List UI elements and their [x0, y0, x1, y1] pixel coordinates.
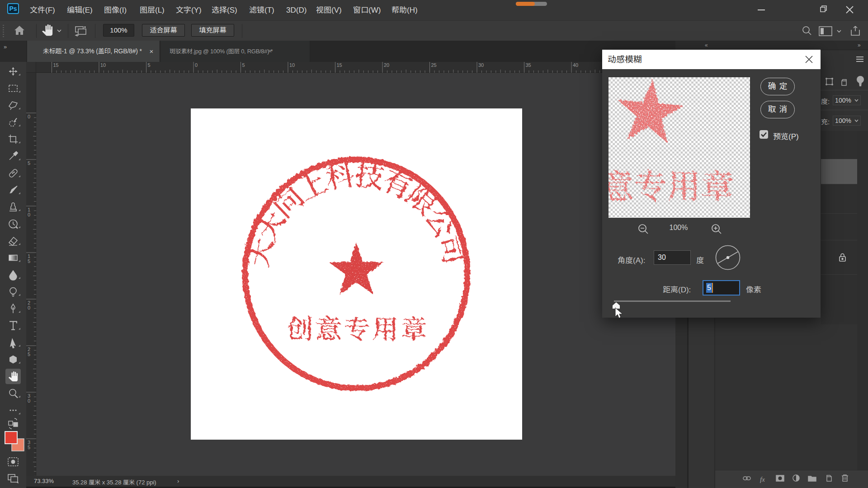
svg-text:用: 用 — [667, 160, 701, 208]
svg-text:10: 10 — [289, 62, 295, 68]
svg-text:5: 5 — [28, 445, 30, 450]
svg-text:章: 章 — [701, 160, 734, 208]
svg-text:10: 10 — [100, 62, 106, 68]
svg-text:5: 5 — [28, 352, 30, 357]
svg-text:0: 0 — [195, 62, 198, 68]
svg-text:5: 5 — [148, 62, 151, 68]
svg-text:15: 15 — [337, 62, 342, 68]
svg-text:专: 专 — [634, 160, 667, 208]
svg-text:5: 5 — [242, 62, 245, 68]
svg-text:0: 0 — [28, 114, 30, 119]
svg-text:5: 5 — [28, 258, 30, 264]
svg-text:35: 35 — [526, 62, 531, 68]
svg-text:30: 30 — [478, 62, 484, 68]
svg-text:创意专用章: 创意专用章 — [287, 308, 429, 346]
svg-text:0: 0 — [28, 212, 30, 217]
svg-text:0: 0 — [28, 398, 30, 404]
svg-text:fx: fx — [760, 476, 765, 483]
svg-text:40: 40 — [573, 62, 578, 68]
svg-text:0: 0 — [28, 305, 30, 310]
svg-text:15: 15 — [53, 62, 59, 68]
svg-text:5: 5 — [28, 160, 30, 166]
svg-text:意: 意 — [609, 160, 634, 208]
svg-text:25: 25 — [431, 62, 437, 68]
svg-text:20: 20 — [384, 62, 389, 68]
